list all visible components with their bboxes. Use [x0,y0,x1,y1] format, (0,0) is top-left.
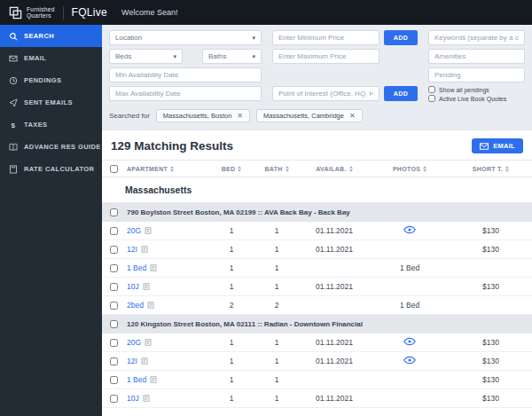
add-price-button[interactable]: ADD [384,30,418,45]
building-header-row[interactable]: 790 Boylston Street Boston, MA 02199 :: … [102,203,532,222]
show-all-pendings-checkbox[interactable] [428,86,435,93]
bed-count: 1 [208,226,254,235]
chevron-down-icon: ▾ [252,53,255,60]
keywords-input[interactable] [428,30,525,45]
row-checkbox[interactable] [110,227,118,235]
unit-info-icon[interactable] [150,264,157,271]
search-tag[interactable]: Massachusetts, Boston ✕ [156,109,250,122]
search-icon [9,32,18,41]
results-table: APARTMENT BED BATH AVAILAB. PHOTOS [102,160,532,416]
column-header-photos[interactable]: PHOTOS [370,166,450,172]
beds-select[interactable]: Beds ▾ [109,49,183,64]
sidebar-item-rate-calculator[interactable]: RATE CALCULATOR [0,158,102,180]
remove-tag-icon[interactable]: ✕ [237,113,243,120]
min-price-input[interactable] [272,30,379,45]
max-availability-date-input[interactable] [109,86,262,101]
active-live-book-quotes-checkbox[interactable] [428,95,435,102]
sidebar-item-advance-res-guide[interactable]: ADVANCE RES GUIDE [0,136,102,158]
column-label: SHORT T. [473,166,503,172]
unit-info-icon[interactable] [145,227,152,234]
bed-count: 1 [208,375,254,384]
taxes-icon: $ [9,121,18,130]
bed-count: 1 [208,357,254,365]
building-checkbox[interactable] [110,320,118,328]
row-checkbox[interactable] [110,264,118,272]
amenities-input[interactable] [428,49,525,64]
bath-count: 1 [254,394,299,403]
column-header-bed[interactable]: BED [208,166,254,172]
column-label: BED [222,166,236,172]
min-availability-date-input[interactable] [109,67,262,82]
column-header-bath[interactable]: BATH [254,166,299,172]
email-results-button[interactable]: EMAIL [472,138,523,153]
search-tag[interactable]: Massachusetts, Cambridge ✕ [256,109,363,122]
available-date: 01.11.2021 [299,394,370,403]
sidebar-item-pendings[interactable]: PENDINGS [0,69,102,91]
unit-link[interactable]: 1 Bed [127,263,146,272]
brand-logo[interactable]: Furnished Quarters [9,6,55,20]
row-checkbox[interactable] [110,283,118,291]
sidebar-item-search[interactable]: SEARCH [0,25,102,47]
short-term-price: $130 [450,357,532,365]
unit-info-icon[interactable] [150,376,157,383]
available-date: 01.11.2021 [299,338,370,347]
photos-eye-icon[interactable] [403,337,416,348]
unit-info-icon[interactable] [143,283,150,290]
column-header-available[interactable]: AVAILAB. [299,166,370,172]
search-filters-panel: Location ▾ Beds ▾ Baths ▾ [102,25,532,106]
top-bar: Furnished Quarters FQLive Welcome Sean! [0,0,532,25]
location-select[interactable]: Location ▾ [109,30,262,45]
beds-select-value: Beds [115,52,131,60]
max-price-input[interactable] [272,49,379,64]
unit-link[interactable]: 12I [127,245,137,254]
unit-info-icon[interactable] [141,357,148,365]
column-header-short-term[interactable]: SHORT T. [450,166,532,172]
pending-input[interactable] [428,67,525,82]
column-label: APARTMENT [127,166,168,172]
welcome-text: Welcome Sean! [121,8,177,17]
email-icon [480,143,489,150]
select-all-checkbox[interactable] [110,165,118,173]
search-tag-text: Massachusetts, Cambridge [263,112,344,120]
unit-link[interactable]: 10J [127,394,139,403]
sidebar-item-label: RATE CALCULATOR [24,165,94,173]
unit-link[interactable]: 20G [127,338,141,347]
row-checkbox[interactable] [110,357,118,365]
unit-info-icon[interactable] [143,395,150,402]
add-poi-button[interactable]: ADD [384,86,418,101]
column-header-apartment[interactable]: APARTMENT [125,166,208,172]
sidebar-item-taxes[interactable]: $ TAXES [0,114,102,136]
sidebar-item-email[interactable]: EMAIL [0,47,102,69]
unit-link[interactable]: 12I [127,357,137,365]
available-date: 01.11.2021 [299,226,370,235]
baths-select[interactable]: Baths ▾ [202,49,262,64]
column-label: PHOTOS [393,166,420,172]
row-checkbox[interactable] [110,395,118,403]
row-checkbox[interactable] [110,302,118,310]
unit-link[interactable]: 20G [127,226,141,235]
unit-link[interactable]: 2bed [127,301,144,310]
unit-link[interactable]: 1 Bed [127,375,146,384]
search-tag-text: Massachusetts, Boston [163,112,232,120]
building-header-row[interactable]: 120 Kingston Street Boston, MA 02111 :: … [102,315,532,334]
row-checkbox[interactable] [110,376,118,384]
bed-count: 1 [208,282,254,291]
app-title: FQLive [72,6,107,19]
row-checkbox[interactable] [110,339,118,347]
remove-tag-icon[interactable]: ✕ [349,113,356,120]
short-term-price: $130 [450,226,532,235]
table-row: 20G 1 1 01.11.2021 $130 [102,222,532,240]
photos-eye-icon[interactable] [403,356,416,366]
point-of-interest-input[interactable] [272,86,379,101]
table-header-row: APARTMENT BED BATH AVAILAB. PHOTOS [102,160,532,177]
building-checkbox[interactable] [110,208,118,216]
row-checkbox[interactable] [110,246,118,254]
unit-info-icon[interactable] [141,246,148,253]
sidebar-item-sent-emails[interactable]: SENT EMAILS [0,91,102,114]
bath-count: 1 [254,226,299,235]
unit-info-icon[interactable] [147,302,154,309]
unit-link[interactable]: 10J [127,282,139,291]
svg-text:$: $ [12,121,16,129]
photos-eye-icon[interactable] [403,225,416,236]
unit-info-icon[interactable] [145,339,152,346]
